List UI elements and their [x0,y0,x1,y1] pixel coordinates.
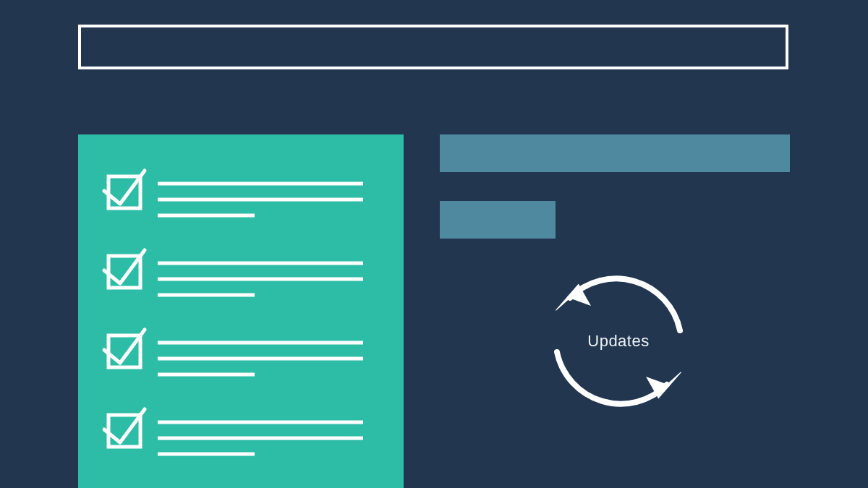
heading-bar-small [440,201,556,239]
checklist-item-4 [104,409,363,454]
checklist-item-2 [104,250,363,295]
cycle-arrows-icon [532,254,705,428]
checklist-item-1 [104,171,363,215]
stage: Updates [0,0,868,488]
updates-cycle: Updates [532,254,705,428]
checklist-panel [78,134,404,488]
title-bar [78,25,788,69]
heading-bar-large [440,134,790,172]
checklist-illustration [78,134,404,488]
checklist-item-3 [104,330,363,374]
